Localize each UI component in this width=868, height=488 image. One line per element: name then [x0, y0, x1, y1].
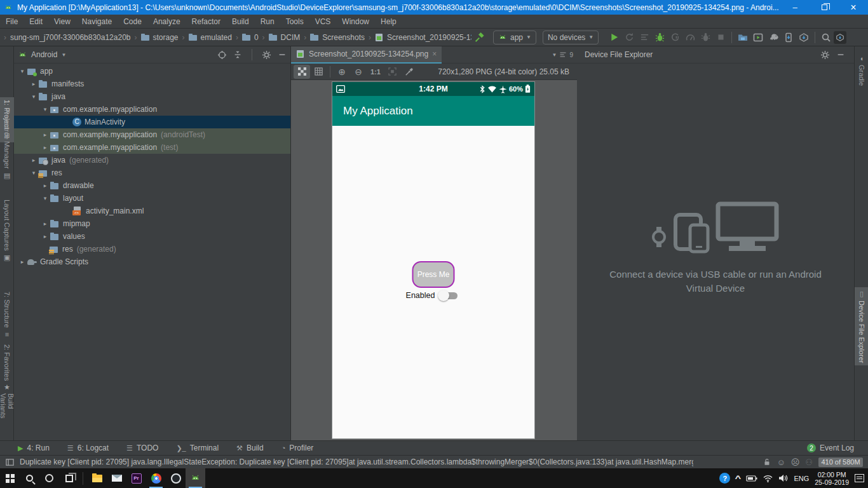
stop-icon[interactable]	[713, 30, 728, 45]
tree-expand-arrow[interactable]: ▸	[29, 81, 38, 87]
status-message[interactable]: Duplicate key [Client pid: 27095] java.l…	[20, 458, 693, 466]
tree-expand-arrow[interactable]: ▾	[29, 170, 38, 176]
gradle-sync-icon[interactable]	[766, 30, 781, 45]
debug-icon[interactable]	[652, 30, 667, 45]
apply-code-changes-icon[interactable]	[667, 30, 682, 45]
tree-row[interactable]: ▸ com.example.myapplication (androidTest…	[14, 128, 290, 141]
tree-expand-arrow[interactable]: ▸	[18, 259, 27, 265]
breadcrumb-item[interactable]: › storage	[131, 33, 179, 42]
gear-icon[interactable]	[820, 50, 830, 60]
tool-window-button[interactable]: 2: Favorites ★	[0, 342, 14, 394]
gear-icon[interactable]	[262, 50, 271, 60]
device-selector[interactable]: No devices ▼	[543, 30, 599, 44]
tree-row[interactable]: MainActivity	[14, 116, 290, 128]
tray-wifi-icon[interactable]	[763, 475, 773, 482]
tree-row[interactable]: ▸ mipmap	[14, 217, 290, 230]
tree-row[interactable]: ▸ java (generated)	[14, 154, 290, 166]
tree-row[interactable]: ▸ drawable	[14, 179, 290, 192]
action-center-icon[interactable]	[855, 474, 864, 482]
tree-expand-arrow[interactable]: ▸	[41, 182, 50, 189]
event-log-button[interactable]: 2 Event Log	[807, 444, 868, 452]
minimize-button[interactable]: –	[780, 0, 810, 15]
avd-manager-icon[interactable]	[834, 31, 846, 44]
tree-row[interactable]: ▾ com.example.myapplication	[14, 103, 290, 116]
premiere-button[interactable]: Pr	[126, 468, 146, 488]
sync-project-icon[interactable]	[735, 30, 750, 45]
tree-expand-arrow[interactable]: ▾	[18, 68, 27, 74]
breadcrumb-item[interactable]: › 0	[232, 33, 259, 42]
chevron-down-icon[interactable]: ▼	[61, 52, 66, 58]
tree-expand-arrow[interactable]: ▸	[41, 132, 50, 138]
tree-row[interactable]: ▾ java	[14, 90, 290, 103]
hide-panel-icon[interactable]	[278, 50, 287, 59]
menu-item[interactable]: Navigate	[76, 15, 118, 28]
tree-row[interactable]: ▾ res	[14, 166, 290, 179]
feedback-sad-icon[interactable]: ☹	[791, 458, 800, 466]
task-view-button[interactable]	[59, 468, 79, 488]
zoom-out-icon[interactable]: ⊖	[350, 65, 367, 79]
menu-item[interactable]: Window	[336, 15, 375, 28]
file-explorer-button[interactable]	[87, 468, 107, 488]
cortana-button[interactable]	[39, 468, 59, 488]
tool-window-button[interactable]: Layout Captures ▣	[0, 197, 14, 264]
tool-window-button[interactable]: ⚒ Build	[236, 444, 264, 452]
tool-window-button[interactable]: ◖ Gradle	[855, 52, 868, 88]
color-picker-icon[interactable]	[401, 65, 417, 79]
tab-overflow-menu-icon[interactable]	[559, 51, 567, 58]
tool-window-button[interactable]: ☰ TODO	[126, 444, 158, 452]
attach-debugger-icon[interactable]	[698, 30, 713, 45]
tool-window-button[interactable]: ☰ 6: Logcat	[67, 444, 109, 452]
tab-close-icon[interactable]: ×	[432, 50, 437, 58]
menu-item[interactable]: View	[48, 15, 76, 28]
start-button[interactable]	[0, 468, 20, 488]
user-profile-icon[interactable]: ⚇	[805, 458, 813, 466]
tree-row[interactable]: ▾ layout	[14, 192, 290, 205]
tree-expand-arrow[interactable]: ▸	[29, 157, 38, 163]
collapse-all-icon[interactable]	[233, 50, 242, 59]
zoom-in-icon[interactable]: ⊕	[334, 65, 350, 79]
breadcrumb-item[interactable]: › emulated	[179, 33, 232, 42]
tool-window-button[interactable]: ◔ Profiler	[281, 444, 314, 452]
help-icon[interactable]: ?	[719, 473, 730, 484]
zoom-actual-size-button[interactable]: 1:1	[367, 68, 384, 76]
build-hammer-icon[interactable]	[471, 30, 487, 45]
tool-window-button[interactable]: ▯ Device File Explorer	[855, 287, 868, 365]
layout-inspector-icon[interactable]	[781, 30, 796, 45]
breadcrumb-item[interactable]: › DCIM	[259, 33, 301, 42]
tree-row[interactable]: ▾ app	[14, 65, 290, 78]
tray-battery-icon[interactable]	[746, 475, 757, 482]
feedback-happy-icon[interactable]: ☺	[777, 458, 785, 466]
locate-file-icon[interactable]	[217, 50, 227, 60]
tree-row[interactable]: ▸ values	[14, 230, 290, 243]
editor-tab[interactable]: Screenshot_20190925-134254.png ×	[291, 46, 442, 64]
tree-row[interactable]: ▸ Gradle Scripts	[14, 255, 290, 268]
taskbar-search-button[interactable]	[20, 468, 39, 488]
project-view-selector[interactable]: Android	[31, 50, 57, 59]
tool-window-button[interactable]: ▶ 4: Run	[18, 444, 50, 452]
menu-item[interactable]: File	[0, 15, 24, 28]
tree-expand-arrow[interactable]: ▸	[41, 144, 50, 151]
menu-item[interactable]: VCS	[309, 15, 337, 28]
tree-expand-arrow[interactable]: ▾	[41, 195, 50, 201]
menu-item[interactable]: Tools	[280, 15, 309, 28]
tray-chevron-up-icon[interactable]: ^	[735, 474, 742, 483]
device-manager-icon[interactable]	[750, 30, 766, 45]
breadcrumb-item[interactable]: › Screenshots	[300, 33, 365, 42]
tree-row[interactable]: ▸ com.example.myapplication (test)	[14, 141, 290, 154]
sdk-manager-icon[interactable]	[796, 30, 811, 45]
tree-row[interactable]: activity_main.xml	[14, 205, 290, 217]
tool-window-button[interactable]: 7: Structure ≡	[0, 289, 14, 341]
tree-expand-arrow[interactable]: ▾	[41, 106, 50, 112]
obs-button[interactable]	[166, 468, 186, 488]
tree-expand-arrow[interactable]: ▸	[41, 233, 50, 240]
tree-expand-arrow[interactable]: ▾	[29, 93, 38, 100]
run-configuration-selector[interactable]: app ▼	[493, 30, 536, 44]
memory-indicator[interactable]: 410 of 580M	[818, 458, 863, 467]
tab-list-chevron-icon[interactable]: ▼	[552, 52, 557, 58]
language-indicator[interactable]: ENG	[794, 475, 809, 482]
run-icon[interactable]	[606, 30, 621, 45]
run-tasks-icon[interactable]	[637, 30, 652, 45]
lock-icon[interactable]	[763, 458, 771, 466]
menu-item[interactable]: Run	[255, 15, 280, 28]
tool-window-button[interactable]: Resource Manager ▤	[0, 107, 14, 182]
